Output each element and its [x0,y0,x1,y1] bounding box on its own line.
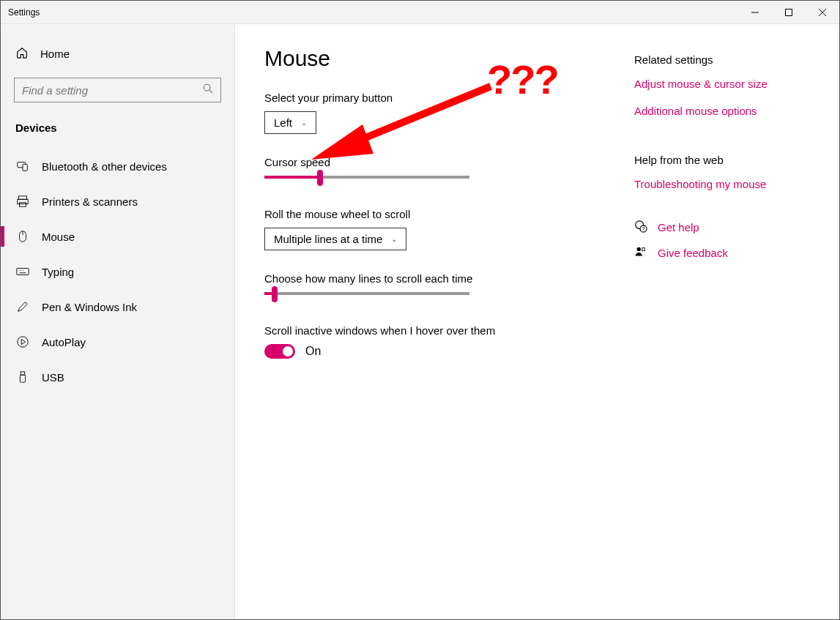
home-label: Home [40,48,70,60]
svg-text:?: ? [642,225,645,232]
get-help-link[interactable]: ? Get help [634,220,810,235]
sidebar-item-label: Bluetooth & other devices [42,160,167,173]
printer-icon [15,195,30,208]
svg-point-24 [637,247,641,251]
home-nav[interactable]: Home [1,39,234,69]
link-cursor-size[interactable]: Adjust mouse & cursor size [634,78,810,90]
right-column: Related settings Adjust mouse & cursor s… [634,46,810,597]
dropdown-value: Left [274,116,292,129]
slider-thumb[interactable] [272,286,278,302]
autoplay-icon [15,335,30,348]
link-troubleshoot[interactable]: Troubleshooting my mouse [634,178,810,190]
keyboard-icon [15,265,30,278]
sidebar-item-usb[interactable]: USB [1,359,234,395]
section-heading: Devices [1,117,234,149]
svg-line-5 [209,90,212,93]
hover-scroll-label: Scroll inactive windows when I hover ove… [264,324,605,337]
feedback-label: Give feedback [658,247,728,259]
svg-rect-9 [18,199,28,203]
svg-point-18 [18,337,28,347]
scroll-mode-dropdown[interactable]: Multiple lines at a time ⌄ [264,228,406,250]
cursor-speed-slider[interactable] [264,176,469,179]
maximize-button[interactable] [772,1,806,24]
pen-icon [15,300,30,313]
dropdown-value: Multiple lines at a time [274,233,382,245]
sidebar: Home Devices Bluetooth & other devices P… [1,24,235,619]
sidebar-item-label: Mouse [42,231,75,243]
usb-icon [15,370,30,384]
sidebar-item-label: Printers & scanners [42,195,138,208]
svg-rect-19 [21,372,24,376]
sidebar-item-printers[interactable]: Printers & scanners [1,184,234,219]
annotation-question-marks: ??? [487,56,558,103]
cursor-speed-label: Cursor speed [264,156,605,168]
get-help-label: Get help [658,221,699,234]
sidebar-item-label: AutoPlay [42,336,86,348]
help-icon: ? [634,220,647,235]
title-bar: Settings [1,1,839,24]
mouse-icon [15,230,30,243]
search-box[interactable] [14,78,221,102]
link-mouse-options[interactable]: Additional mouse options [634,105,810,117]
sidebar-item-pen[interactable]: Pen & Windows Ink [1,289,234,324]
chevron-down-icon: ⌄ [301,119,307,127]
sidebar-item-autoplay[interactable]: AutoPlay [1,324,234,359]
search-icon [203,83,213,97]
sidebar-item-label: Typing [42,266,74,278]
scroll-lines-label: Choose how many lines to scroll each tim… [264,272,605,285]
slider-fill [264,176,320,179]
sidebar-item-typing[interactable]: Typing [1,254,234,289]
svg-rect-1 [786,9,792,15]
sidebar-item-label: USB [42,371,64,384]
close-button[interactable] [806,1,839,24]
search-input[interactable] [22,84,203,97]
help-heading: Help from the web [634,154,810,166]
primary-button-dropdown[interactable]: Left ⌄ [264,111,316,134]
devices-icon [15,160,30,173]
scroll-lines-slider[interactable] [264,292,469,295]
minimize-button[interactable] [738,1,772,24]
main-content: Mouse Select your primary button Left ⌄ … [264,46,605,597]
svg-rect-10 [20,203,26,206]
home-icon [15,46,29,61]
chevron-down-icon: ⌄ [391,235,397,243]
sidebar-item-label: Pen & Windows Ink [42,301,137,313]
window-title: Settings [1,7,738,18]
svg-rect-13 [17,269,29,275]
toggle-state: On [305,345,321,358]
svg-point-4 [204,84,210,91]
related-heading: Related settings [634,53,810,66]
sidebar-item-bluetooth[interactable]: Bluetooth & other devices [1,149,234,184]
feedback-icon [634,245,647,261]
slider-thumb[interactable] [317,170,323,186]
svg-rect-8 [19,196,27,200]
sidebar-item-mouse[interactable]: Mouse [1,219,234,254]
feedback-link[interactable]: Give feedback [634,245,810,261]
svg-rect-7 [23,164,27,171]
svg-rect-20 [20,375,25,382]
hover-scroll-toggle[interactable] [264,344,295,359]
scroll-mode-label: Roll the mouse wheel to scroll [264,208,605,220]
